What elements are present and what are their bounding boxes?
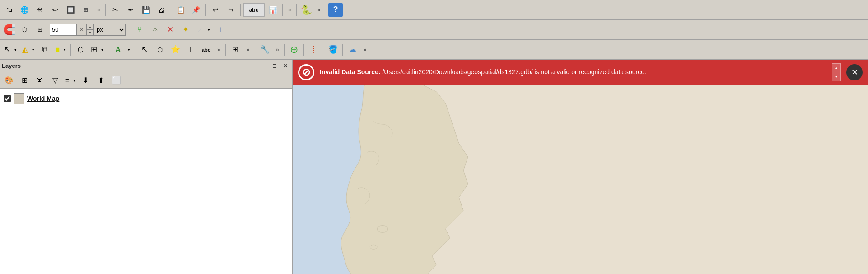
error-scroll-down-btn[interactable]: ▼ (832, 72, 840, 81)
share-btn[interactable]: ⊕ (287, 43, 301, 57)
paste-btn[interactable]: 📌 (189, 3, 203, 17)
cursor-btn[interactable]: ↖ (137, 43, 152, 57)
cut-btn[interactable]: ✂ (108, 3, 122, 17)
feather-btn[interactable]: ✏ (48, 3, 62, 17)
abc-text-btn[interactable]: abc (199, 43, 213, 57)
more-tools-2-btn[interactable]: » (273, 43, 282, 57)
poly-select-icon: ⬡ (157, 46, 163, 53)
deselect-btn[interactable]: ◭ (20, 43, 30, 57)
up-order-btn[interactable]: ⬆ (94, 73, 108, 88)
python-btn[interactable]: 🐍 (299, 3, 313, 17)
bucket-btn[interactable]: 🪣 (326, 43, 340, 57)
copy-features-btn[interactable]: ⧉ (37, 43, 52, 57)
open-btn[interactable]: 🌐 (17, 3, 32, 17)
share-icon: ⊕ (290, 44, 298, 56)
magnet-btn[interactable]: 🧲 (2, 23, 16, 37)
help-icon: ? (333, 5, 338, 14)
sep6 (296, 4, 297, 16)
legend-btn[interactable]: ≡ (63, 73, 71, 88)
move-split-btn: ⊞ ▾ (89, 43, 106, 57)
layer-visibility-checkbox[interactable] (4, 95, 11, 102)
snap-x-btn[interactable]: ✕ (163, 23, 177, 37)
eye-btn[interactable]: 👁 (33, 73, 47, 88)
more-python-btn[interactable]: » (314, 3, 323, 17)
paint-btn[interactable]: 🎨 (2, 73, 16, 88)
more-right-btn[interactable]: » (360, 43, 369, 57)
snap-square-btn[interactable]: ⊞ (33, 23, 47, 37)
snap-spin-down-btn[interactable]: ▼ (87, 30, 93, 35)
snap-spin-up-btn[interactable]: ▲ (87, 24, 93, 30)
a-label-btn[interactable]: A (111, 43, 125, 57)
error-title: Invalid Data Source: (320, 68, 381, 76)
layers-panel: Layers ⊡ ✕ 🎨 ⊞ 👁 ▽ (0, 60, 293, 274)
snap-star-btn[interactable]: ✦ (178, 23, 193, 37)
edit-sep4 (225, 44, 226, 56)
checkerboard-btn[interactable]: ⊞ (79, 3, 93, 17)
more-layout-btn[interactable]: » (243, 43, 252, 57)
snap-clear-icon: ✕ (79, 27, 84, 33)
panel-close-btn[interactable]: ✕ (280, 61, 290, 71)
error-close-btn[interactable]: ✕ (846, 64, 863, 80)
snap-unit-select[interactable]: px mm m km (94, 24, 126, 36)
legend-dropdown-btn[interactable]: ▾ (71, 73, 78, 88)
more-edit-1-btn[interactable]: » (214, 43, 223, 57)
filter-btn[interactable]: ▽ (48, 73, 62, 88)
snap-vertex-btn[interactable]: ⬡ (17, 23, 32, 37)
chip-icon: 🔲 (66, 6, 75, 13)
select-btn[interactable]: ↖ (2, 43, 13, 57)
print-icon: 🖨 (158, 6, 165, 13)
remove-layer-btn[interactable]: ⬜ (109, 73, 124, 88)
redo-btn[interactable]: ↪ (224, 3, 238, 17)
layout-btn[interactable]: ⊞ (228, 43, 243, 57)
poly-select-btn[interactable]: ⬡ (153, 43, 167, 57)
layer-name[interactable]: World Map (27, 95, 59, 102)
abc-icon: abc (249, 7, 259, 13)
dots-grid-icon: ⁞ (312, 44, 315, 56)
select-dropdown-btn[interactable]: ▾ (13, 43, 19, 57)
dots-grid-btn[interactable]: ⁞ (306, 43, 321, 57)
deselect-dropdown-btn[interactable]: ▾ (30, 43, 37, 57)
edit-sep7 (303, 44, 304, 56)
move-dropdown-btn[interactable]: ▾ (99, 43, 106, 57)
layers-content: World Map (0, 89, 292, 274)
down-order-btn[interactable]: ⬇ (79, 73, 93, 88)
more-tools-1-btn[interactable]: » (94, 3, 103, 17)
snap-value-input[interactable]: 50 (50, 24, 77, 36)
save-btn[interactable]: 💾 (139, 3, 153, 17)
help-btn[interactable]: ? (328, 3, 343, 17)
undo-btn[interactable]: ↩ (208, 3, 223, 17)
snap-angle-icon: ⟂ (218, 25, 223, 34)
star-pin-btn[interactable]: ⭐ (168, 43, 182, 57)
yellow-sq-btn[interactable]: ■ (53, 43, 62, 57)
abc-btn[interactable]: abc (243, 3, 265, 17)
error-close-icon: ✕ (851, 67, 858, 77)
snap-angle-btn[interactable]: ⟂ (213, 23, 228, 37)
digitizing-btn[interactable]: ✳ (33, 3, 47, 17)
yellow-sq-dropdown-btn[interactable]: ▾ (62, 43, 68, 57)
expand-toolbar-btn[interactable]: » (285, 3, 294, 17)
chart-btn[interactable]: 📊 (266, 3, 280, 17)
a-label-dropdown-btn[interactable]: ▾ (126, 43, 132, 57)
text-T-icon: T (188, 45, 193, 54)
sketch-btn[interactable]: ⬡ (73, 43, 88, 57)
cloud-btn[interactable]: ☁ (345, 43, 359, 57)
print-btn[interactable]: 🖨 (154, 3, 168, 17)
snap-line-dropdown-btn[interactable]: ▾ (206, 23, 212, 37)
new-project-btn[interactable]: 🗂 (2, 3, 16, 17)
edit-toolbar: ↖ ▾ ◭ ▾ ⧉ ■ ▾ ⬡ ⊞ ▾ A ▾ ↖ ⬡ ⭐ T (0, 40, 868, 60)
panel-dock-btn[interactable]: ⊡ (270, 61, 280, 71)
add-layer-btn[interactable]: ⊞ (17, 73, 32, 88)
tools-btn[interactable]: 🔧 (257, 43, 272, 57)
copy-btn[interactable]: 📋 (173, 3, 188, 17)
map-svg (293, 85, 868, 274)
snap-fork-btn[interactable]: ⑂ (132, 23, 147, 37)
move-btn[interactable]: ⊞ (89, 43, 99, 57)
cut-icon: ✂ (112, 6, 118, 13)
text-T-btn[interactable]: T (183, 43, 198, 57)
error-scroll-up-btn[interactable]: ▲ (832, 64, 840, 72)
snap-clear-btn[interactable]: ✕ (77, 24, 87, 36)
chip-btn[interactable]: 🔲 (63, 3, 78, 17)
pen-btn[interactable]: ✒ (123, 3, 138, 17)
snap-line-btn[interactable]: ⟋ (194, 23, 206, 37)
snap-lasso-btn[interactable]: 𝄐 (148, 23, 162, 37)
